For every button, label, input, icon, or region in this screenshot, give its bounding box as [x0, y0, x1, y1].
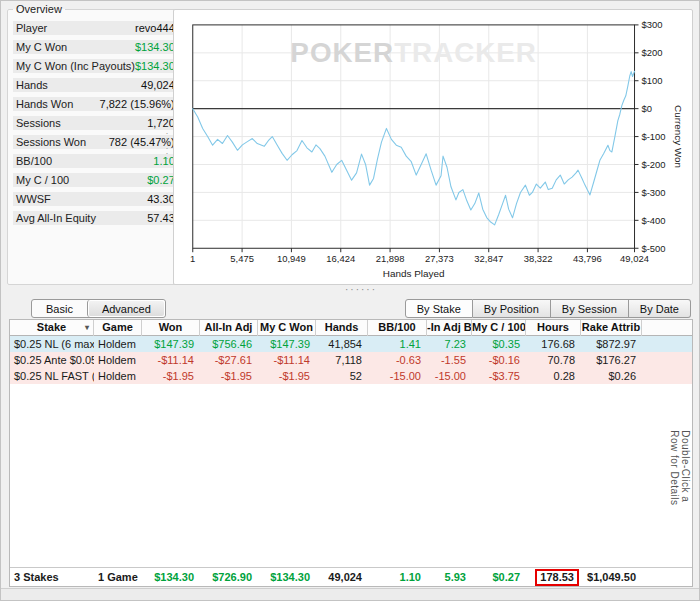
svg-text:$200: $200	[641, 47, 662, 58]
performance-chart: POKERTRACKER15,47510,94916,42421,89827,3…	[174, 10, 692, 284]
svg-text:$-200: $-200	[641, 159, 665, 170]
pokertracker-window: Overview Player revo444 My C Won $134.30…	[0, 0, 700, 601]
svg-text:1: 1	[190, 253, 195, 264]
report-mode-tabs: Basic Advanced	[31, 299, 166, 318]
by-position-button[interactable]: By Position	[473, 299, 551, 318]
by-session-button[interactable]: By Session	[551, 299, 629, 318]
stakes-report-table: Stake▾ Game Won All-In Adj My C Won Hand…	[9, 319, 693, 587]
stat-row-wwsf: WWSF 43.30	[13, 192, 178, 206]
stat-value: revo444	[135, 21, 175, 35]
stat-value: $134.30	[135, 59, 175, 73]
table-row[interactable]: $0.25 Ante $0.05 NL (6 max) Holdem -$11.…	[10, 352, 692, 368]
svg-text:$-400: $-400	[641, 215, 665, 226]
totals-games: 1 Game	[94, 568, 142, 586]
stat-row-player: Player revo444	[13, 21, 178, 35]
stat-row-avg-all-in-equity: Avg All-In Equity 57.43	[13, 211, 178, 225]
tab-advanced[interactable]: Advanced	[87, 300, 165, 317]
by-stake-button[interactable]: By Stake	[405, 299, 473, 318]
column-header-hands[interactable]: Hands	[316, 320, 368, 336]
results-graph-panel: POKERTRACKER15,47510,94916,42421,89827,3…	[173, 9, 693, 285]
horizontal-splitter-handle[interactable]: ······	[331, 285, 391, 295]
svg-text:16,424: 16,424	[326, 253, 355, 264]
column-header-bb100[interactable]: BB/100	[368, 320, 427, 336]
tab-basic[interactable]: Basic	[32, 300, 87, 317]
svg-text:49,024: 49,024	[620, 253, 649, 264]
svg-text:Hands Played: Hands Played	[383, 268, 445, 279]
column-header-hours[interactable]: Hours	[526, 320, 581, 336]
column-header-won[interactable]: Won	[142, 320, 200, 336]
vertical-splitter-handle[interactable]: ······	[162, 131, 172, 165]
group-by-buttons: By Stake By Position By Session By Date	[405, 299, 691, 318]
svg-text:$-100: $-100	[641, 131, 665, 142]
stat-value: 57.43	[147, 211, 175, 225]
pokertracker-watermark: POKERTRACKER	[290, 37, 537, 68]
column-header-my-c-100[interactable]: My C / 100	[472, 320, 526, 336]
stat-row-my-c-100: My C / 100 $0.27	[13, 173, 178, 187]
sort-arrow-icon: ▾	[85, 320, 89, 335]
overview-panel: Overview Player revo444 My C Won $134.30…	[7, 3, 184, 285]
totals-stakes: 3 Stakes	[10, 568, 94, 586]
report-toolbar: Basic Advanced By Stake By Position By S…	[9, 299, 691, 319]
svg-text:21,898: 21,898	[376, 253, 405, 264]
stat-value: 43.30	[147, 192, 175, 206]
stat-value: $134.30	[135, 40, 175, 54]
column-header-all-in-adj[interactable]: All-In Adj	[200, 320, 258, 336]
svg-text:$0: $0	[641, 103, 651, 114]
stat-value: $0.27	[147, 173, 175, 187]
table-row[interactable]: $0.25 NL FAST (6 max) Holdem -$1.95 -$1.…	[10, 368, 692, 384]
svg-text:5,475: 5,475	[230, 253, 254, 264]
column-header-rake-attrib[interactable]: Rake Attrib	[581, 320, 642, 336]
table-row[interactable]: $0.25 NL (6 max) Holdem $147.39 $756.46 …	[10, 336, 692, 352]
svg-text:38,322: 38,322	[524, 253, 553, 264]
column-header-stake[interactable]: Stake▾	[10, 320, 94, 336]
stat-value: 49,024	[141, 78, 175, 92]
stat-row-sessions-won: Sessions Won 782 (45.47%)	[13, 135, 178, 149]
by-date-button[interactable]: By Date	[629, 299, 691, 318]
stat-row-my-c-won-inc-payouts: My C Won (Inc Payouts) $134.30	[13, 59, 178, 73]
stat-value: 7,822 (15.96%)	[100, 97, 175, 111]
svg-text:27,373: 27,373	[425, 253, 454, 264]
svg-text:10,949: 10,949	[277, 253, 306, 264]
overview-title: Overview	[13, 3, 65, 15]
column-header-filler	[642, 320, 692, 336]
svg-text:32,847: 32,847	[474, 253, 503, 264]
svg-text:Currency Won: Currency Won	[673, 105, 684, 168]
table-header-row: Stake▾ Game Won All-In Adj My C Won Hand…	[10, 320, 692, 336]
column-header-all-in-adj-bb100[interactable]: -In Adj BB/1	[427, 320, 472, 336]
stat-row-bb100: BB/100 1.10	[13, 154, 178, 168]
status-bar	[1, 588, 699, 600]
column-header-my-c-won[interactable]: My C Won	[258, 320, 316, 336]
svg-text:$300: $300	[641, 19, 662, 30]
svg-text:43,796: 43,796	[573, 253, 602, 264]
stat-value: 1,720	[147, 116, 175, 130]
hours-highlight-box: 178.53	[535, 569, 579, 586]
svg-text:$100: $100	[641, 75, 662, 86]
double-click-hint: Double-Click a Row for Details	[669, 430, 691, 522]
stat-row-hands: Hands 49,024	[13, 78, 178, 92]
stat-row-sessions: Sessions 1,720	[13, 116, 178, 130]
stat-row-my-c-won: My C Won $134.30	[13, 40, 178, 54]
table-totals-row: 3 Stakes 1 Game $134.30 $726.90 $134.30 …	[10, 567, 692, 586]
svg-text:$-500: $-500	[641, 243, 665, 254]
svg-text:$-300: $-300	[641, 187, 665, 198]
stat-row-hands-won: Hands Won 7,822 (15.96%)	[13, 97, 178, 111]
column-header-game[interactable]: Game	[94, 320, 142, 336]
table-empty-area: Double-Click a Row for Details	[10, 384, 692, 567]
